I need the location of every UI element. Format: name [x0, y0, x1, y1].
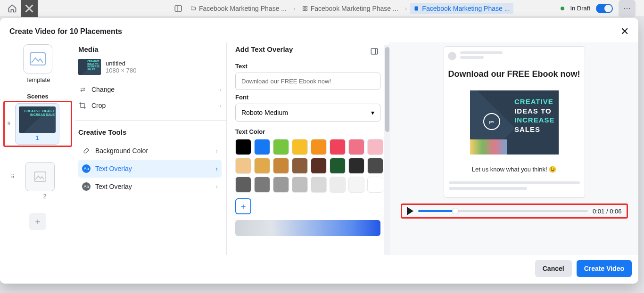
color-swatch[interactable] [330, 158, 346, 174]
collapse-panel-icon[interactable] [370, 47, 380, 57]
color-swatch[interactable] [367, 158, 383, 174]
scene-1-highlight: ⠿ CREATIVE IDEAS T INCREAS SALE 1 [3, 101, 72, 147]
chevron-right-icon: › [215, 147, 218, 155]
font-value: Roboto Medium [241, 109, 288, 116]
font-label: Font [235, 94, 380, 101]
drag-handle-icon[interactable]: ⠿ [6, 123, 13, 125]
color-swatch[interactable] [330, 177, 346, 193]
preview-image-text: CREATIVE IDEAS TO INCREASE SALES [514, 97, 555, 134]
text-overlay-tool[interactable]: Aa Text Overlay › [78, 178, 222, 195]
drag-handle-icon[interactable]: ⠿ [9, 176, 17, 178]
add-color-button[interactable]: ＋ [235, 198, 251, 214]
text-color-label: Text Color [235, 128, 380, 135]
svg-rect-8 [371, 49, 378, 54]
color-swatch[interactable] [292, 139, 308, 155]
media-info: CREATIVEIDEAS TOINCREASESALES untitled 1… [78, 59, 222, 75]
color-swatch[interactable] [311, 139, 327, 155]
scrollbar-thumb[interactable] [385, 47, 389, 132]
color-swatch[interactable] [348, 158, 364, 174]
color-swatch[interactable] [273, 177, 289, 193]
crop-media-button[interactable]: Crop › [78, 98, 222, 114]
media-thumbnail: CREATIVEIDEAS TOINCREASESALES [78, 59, 101, 75]
modal-footer: Cancel Create Video [0, 255, 638, 284]
scrollbar-track[interactable] [384, 45, 390, 255]
color-swatch[interactable] [235, 158, 251, 174]
svg-rect-6 [30, 53, 45, 65]
chevron-right-icon: › [215, 183, 218, 190]
color-swatch[interactable] [348, 177, 364, 193]
svg-rect-7 [34, 172, 46, 181]
scene-2-row: ⠿ [9, 162, 66, 191]
color-swatch[interactable] [292, 177, 308, 193]
create-video-button[interactable]: Create Video [577, 260, 632, 277]
modal-body: Template Scenes ⠿ CREATIVE IDEAS T INCRE… [0, 42, 638, 255]
color-swatch-grid [235, 139, 380, 193]
scene-thumb-text: CREATIVE IDEAS T INCREAS SALE [19, 109, 55, 116]
scenes-label: Scenes [27, 93, 49, 100]
seek-knob[interactable] [452, 208, 459, 214]
player-time: 0:01 / 0:06 [593, 208, 621, 215]
scene-card-2[interactable] [25, 162, 55, 191]
change-label: Change [91, 86, 115, 93]
modal-header: Create Video for 10 Placements ✕ [0, 18, 638, 42]
color-swatch[interactable] [367, 177, 383, 193]
tools-section-title: Creative Tools [78, 128, 222, 136]
swap-icon: ⇄ [78, 85, 87, 94]
change-media-button[interactable]: ⇄ Change › [78, 81, 222, 98]
scene-card-1[interactable]: CREATIVE IDEAS T INCREAS SALE 1 [15, 103, 59, 145]
create-video-modal: Create Video for 10 Placements ✕ Templat… [0, 18, 638, 284]
color-swatch[interactable] [330, 139, 346, 155]
template-button[interactable] [23, 44, 52, 73]
color-swatch[interactable] [254, 177, 270, 193]
media-section-title: Media [78, 45, 222, 53]
color-swatch[interactable] [311, 177, 327, 193]
play-button[interactable] [407, 207, 413, 215]
crop-icon [78, 101, 87, 110]
close-icon[interactable]: ✕ [620, 25, 629, 38]
overlay-section-title: Add Text Overlay [235, 45, 370, 53]
add-scene-button[interactable]: ＋ [29, 213, 46, 230]
image-placeholder-icon [34, 171, 46, 182]
preview-post-header [448, 51, 581, 61]
color-swatch[interactable] [292, 158, 308, 174]
color-gradient-slider[interactable] [235, 220, 380, 236]
color-swatch[interactable] [367, 139, 383, 155]
divider [75, 120, 226, 121]
text-overlay-icon: Aa [82, 182, 91, 191]
chevron-right-icon: › [219, 86, 222, 93]
text-overlay-label: Text Overlay [95, 183, 132, 190]
color-swatch[interactable] [273, 139, 289, 155]
scene-number: 1 [36, 135, 39, 141]
cancel-button[interactable]: Cancel [535, 260, 572, 277]
eyedropper-icon [82, 146, 91, 155]
template-label: Template [25, 76, 50, 83]
text-overlay-tool-active[interactable]: Aa Text Overlay › [78, 160, 222, 178]
color-swatch[interactable] [235, 139, 251, 155]
scene-number: 2 [43, 193, 47, 200]
font-select[interactable]: Roboto Medium ▾ [235, 104, 380, 122]
color-swatch[interactable] [235, 177, 251, 193]
chevron-right-icon: › [219, 102, 222, 109]
preview-logo: pw [483, 113, 500, 130]
background-color-tool[interactable]: Background Color › [78, 142, 222, 160]
text-label: Text [235, 63, 380, 70]
preview-headline: Download our FREE Ebook now! [448, 69, 581, 79]
color-swatch[interactable] [254, 139, 270, 155]
text-overlay-label: Text Overlay [95, 165, 132, 172]
color-swatch[interactable] [254, 158, 270, 174]
text-overlay-icon: Aa [82, 164, 91, 173]
color-swatch[interactable] [348, 139, 364, 155]
placeholder-line [449, 187, 528, 190]
placeholder-line [460, 51, 503, 54]
placeholder-line [460, 56, 484, 59]
scene-thumb: CREATIVE IDEAS T INCREAS SALE [19, 106, 56, 133]
video-player-highlight: 0:01 / 0:06 [401, 203, 628, 219]
media-name: untitled [106, 60, 136, 67]
color-swatch[interactable] [311, 158, 327, 174]
overlay-text-input[interactable] [235, 73, 380, 90]
chevron-down-icon: ▾ [371, 109, 374, 116]
color-swatch[interactable] [273, 158, 289, 174]
bg-color-label: Background Color [95, 147, 148, 155]
seek-track[interactable] [418, 210, 588, 212]
avatar-placeholder [448, 52, 456, 60]
